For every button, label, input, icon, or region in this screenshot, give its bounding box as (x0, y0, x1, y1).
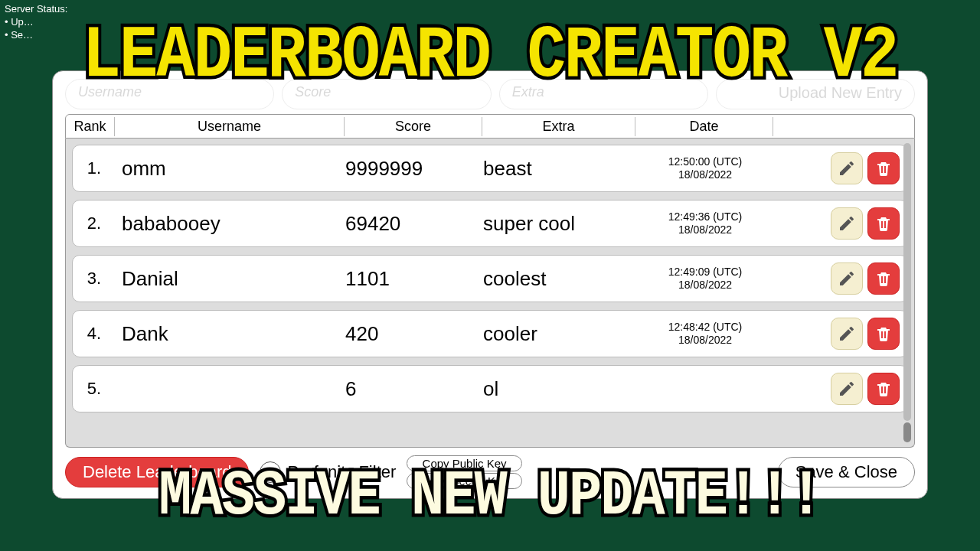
col-actions (773, 125, 914, 128)
trash-icon (874, 380, 893, 398)
cell-extra: cooler (483, 322, 636, 346)
trash-icon (874, 324, 893, 343)
cell-date: 12:48:42 (UTC)18/08/2022 (636, 321, 774, 347)
cell-username: bababooey (116, 212, 345, 236)
entries-list: 1.omm9999999beast12:50:00 (UTC)18/08/202… (65, 139, 915, 448)
cell-date: 12:49:09 (UTC)18/08/2022 (636, 266, 774, 292)
edit-button[interactable] (831, 207, 863, 240)
trash-icon (874, 214, 893, 233)
cell-actions (774, 318, 903, 350)
cell-score: 69420 (345, 212, 483, 236)
trash-icon (874, 159, 893, 178)
cell-date: 12:50:00 (UTC)18/08/2022 (636, 155, 774, 181)
cell-username: omm (116, 157, 345, 181)
overlay-title: LEADERBOARD CREATOR V2 (83, 15, 898, 98)
col-username: Username (115, 117, 345, 136)
overlay-subtitle: MASSIVE NEW UPDATE!!! (158, 461, 821, 533)
leaderboard-panel: Username Score Extra Upload New Entry Ra… (52, 70, 928, 499)
col-score: Score (345, 117, 482, 136)
cell-date: 12:49:36 (UTC)18/08/2022 (636, 210, 774, 236)
pencil-icon (838, 269, 856, 288)
cell-actions (774, 152, 903, 184)
cell-extra: beast (483, 157, 636, 181)
cell-actions (774, 207, 903, 240)
cell-actions (774, 262, 903, 295)
cell-score: 6 (345, 377, 483, 401)
table-header: Rank Username Score Extra Date (65, 114, 915, 139)
delete-button[interactable] (867, 152, 900, 184)
cell-username: Danial (116, 267, 345, 291)
table-row: 3.Danial1101coolest12:49:09 (UTC)18/08/2… (72, 255, 908, 302)
delete-button[interactable] (867, 318, 900, 350)
delete-button[interactable] (867, 262, 900, 295)
table-row: 1.omm9999999beast12:50:00 (UTC)18/08/202… (72, 145, 908, 192)
server-status: Server Status: Up… Se… (5, 3, 67, 42)
pencil-icon (838, 324, 856, 343)
col-date: Date (635, 117, 773, 136)
cell-date (636, 383, 774, 396)
status-line: Se… (5, 29, 67, 42)
edit-button[interactable] (831, 152, 863, 184)
cell-rank: 1. (73, 158, 116, 178)
delete-button[interactable] (867, 207, 900, 240)
trash-icon (874, 269, 893, 288)
cell-rank: 2. (73, 214, 116, 233)
cell-username: Dank (116, 322, 345, 346)
cell-extra: super cool (483, 212, 636, 236)
cell-score: 1101 (345, 267, 483, 291)
pencil-icon (838, 214, 856, 233)
table-row: 2.bababooey69420super cool12:49:36 (UTC)… (72, 200, 908, 247)
pencil-icon (838, 159, 856, 178)
cell-rank: 3. (73, 269, 116, 289)
cell-score: 420 (345, 322, 483, 346)
table-row: 4.Dank420cooler12:48:42 (UTC)18/08/2022 (72, 310, 908, 357)
delete-button[interactable] (867, 373, 900, 405)
status-line: Up… (5, 16, 67, 29)
edit-button[interactable] (831, 373, 863, 405)
scrollbar-track[interactable] (903, 422, 911, 442)
pencil-icon (838, 380, 856, 398)
col-rank: Rank (66, 117, 115, 136)
table-row: 5.6ol (72, 365, 908, 412)
cell-extra: coolest (483, 267, 636, 291)
cell-score: 9999999 (345, 157, 483, 181)
cell-extra: ol (483, 377, 636, 401)
edit-button[interactable] (831, 262, 863, 295)
col-extra: Extra (482, 117, 635, 136)
cell-rank: 4. (73, 324, 116, 344)
edit-button[interactable] (831, 318, 863, 350)
cell-rank: 5. (73, 379, 116, 399)
status-header: Server Status: (5, 3, 67, 16)
cell-actions (774, 373, 903, 405)
scrollbar-thumb[interactable] (903, 143, 911, 421)
